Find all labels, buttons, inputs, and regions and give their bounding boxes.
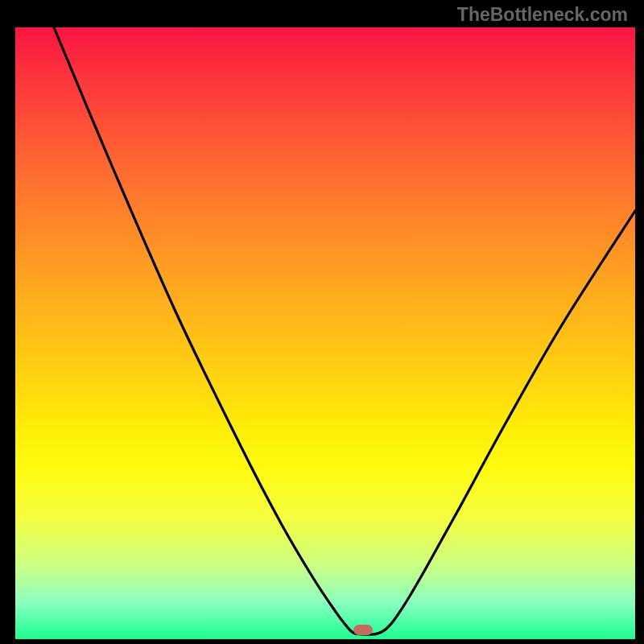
optimal-point-marker	[353, 625, 373, 635]
watermark-text: TheBottleneck.com	[457, 4, 628, 26]
chart-svg	[15, 27, 635, 639]
bottleneck-curve	[54, 27, 635, 634]
